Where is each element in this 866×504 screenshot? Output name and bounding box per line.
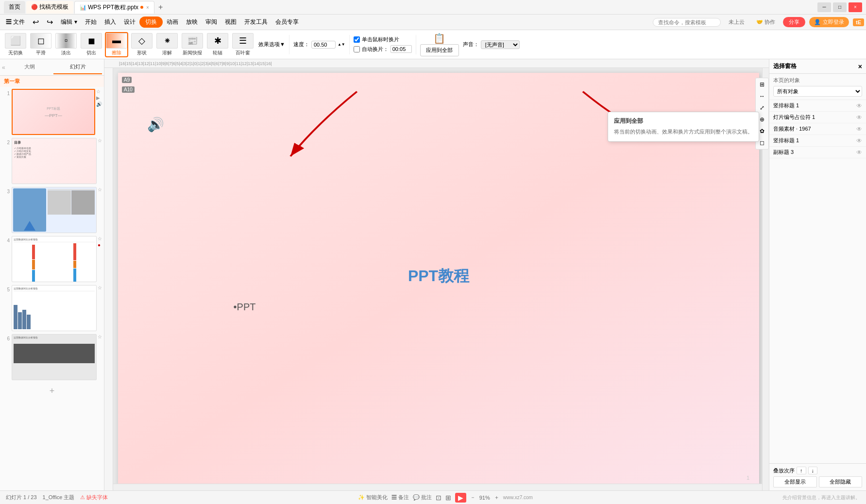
hide-all-button[interactable]: 全部隐藏 xyxy=(819,476,863,487)
review-btn[interactable]: 💬 批注 xyxy=(413,494,432,501)
menu-insert[interactable]: 插入 xyxy=(101,16,120,28)
collapse-btn[interactable]: « xyxy=(2,64,5,71)
tab-slides[interactable]: 幻灯片 xyxy=(53,60,102,74)
menu-edit[interactable]: 编辑 ▾ xyxy=(57,16,81,28)
transition-dissolve[interactable]: ⁕ 溶解 xyxy=(155,33,179,56)
show-all-button[interactable]: 全部显示 xyxy=(773,476,817,487)
cloud-status[interactable]: 未上云 xyxy=(725,17,748,27)
transition-cutout[interactable]: ◼ 切出 xyxy=(80,33,103,56)
menu-file[interactable]: ☰ 文件 xyxy=(2,16,29,28)
user-avatar[interactable]: tE xyxy=(853,18,864,26)
collab-button[interactable]: 🤝 协作 xyxy=(752,17,779,27)
menu-review[interactable]: 审阅 xyxy=(202,16,221,28)
side-icon-1[interactable]: ⊞ xyxy=(757,79,767,90)
menu-vip[interactable]: 会员专享 xyxy=(272,16,303,28)
close-button[interactable]: × xyxy=(849,2,862,12)
object-visibility-1[interactable]: 👁 xyxy=(856,102,862,109)
right-panel-close[interactable]: × xyxy=(858,63,862,70)
play-btn[interactable]: ▶ xyxy=(455,493,466,503)
speed-input[interactable] xyxy=(311,41,336,49)
object-visibility-5[interactable]: 👁 xyxy=(856,149,862,156)
menu-design[interactable]: 设计 xyxy=(120,16,139,28)
zoom-plus[interactable]: ＋ xyxy=(494,494,499,501)
slide-item-5[interactable]: 5 运营数据对比分析报告 ☆ xyxy=(2,285,102,331)
slide-thumb-4[interactable]: 运营数据对比分析报告 xyxy=(12,236,97,282)
side-icon-2[interactable]: ↔ xyxy=(757,91,767,101)
slide-item-4[interactable]: 4 运营数据对比分析报告 xyxy=(2,236,102,282)
checkbox-auto-input[interactable] xyxy=(354,46,360,52)
slide-thumb-2[interactable]: 目录 ✓ 介绍基本信息 ✓ 介绍介绍文化 ✓ 旅游介绍产品 ✓ 策划方案 xyxy=(12,138,97,184)
slide-4-star[interactable]: ☆ xyxy=(98,236,102,241)
minimize-button[interactable]: ─ xyxy=(817,2,831,12)
view-normal-btn[interactable]: ⊡ xyxy=(436,494,441,502)
view-grid-btn[interactable]: ⊞ xyxy=(445,494,451,502)
transition-shape[interactable]: ◇ 形状 xyxy=(130,33,153,56)
slide-1-star[interactable]: ☆ xyxy=(96,89,102,94)
transition-blinds[interactable]: ☰ 百叶窗 xyxy=(231,33,255,56)
slide-thumb-1[interactable]: PPT标题 —PPT— xyxy=(12,89,95,135)
transition-fade[interactable]: ▫ 淡出 xyxy=(54,33,78,56)
slide-item-6[interactable]: 6 运营数据对比分析报告 ☆ xyxy=(2,334,102,380)
share-button[interactable]: 分享 xyxy=(783,17,805,27)
object-visibility-4[interactable]: 👁 xyxy=(856,137,862,144)
menu-view[interactable]: 视图 xyxy=(221,16,240,28)
object-visibility-2[interactable]: 👁 xyxy=(856,114,862,121)
zoom-level: 91% xyxy=(479,495,490,501)
slide-2-star[interactable]: ☆ xyxy=(98,138,102,143)
dropdown-title[interactable]: 应用到全部 xyxy=(612,116,755,126)
add-tab-button[interactable]: + xyxy=(155,3,166,12)
unsaved-dot xyxy=(140,6,143,9)
audio-icon[interactable]: 🔊 xyxy=(147,117,164,133)
slide-thumb-3[interactable] xyxy=(12,187,97,233)
search-input[interactable] xyxy=(653,18,721,27)
menu-slideshow[interactable]: 放映 xyxy=(182,16,202,28)
tab-templates[interactable]: 🔴 找稿壳模板 xyxy=(26,1,73,14)
notes-btn[interactable]: ☰ 备注 xyxy=(391,494,409,501)
side-icon-3[interactable]: ⤢ xyxy=(757,102,767,113)
slide-main-title[interactable]: PPT教程 xyxy=(408,266,469,287)
tab-outline[interactable]: 大纲 xyxy=(5,60,54,74)
order-up-btn[interactable]: ↑ xyxy=(797,467,806,474)
speed-stepper[interactable]: ▲▼ xyxy=(338,42,345,47)
transition-smooth[interactable]: ◻ 平滑 xyxy=(29,33,52,56)
menu-undo[interactable]: ↩ xyxy=(29,16,43,29)
maximize-button[interactable]: □ xyxy=(833,2,847,12)
menu-start[interactable]: 开始 xyxy=(81,16,101,28)
menu-devtools[interactable]: 开发工具 xyxy=(240,16,272,28)
transition-none[interactable]: ⬜ 无切换 xyxy=(4,33,27,56)
slide-5-star[interactable]: ☆ xyxy=(98,285,102,290)
slide-6-star[interactable]: ☆ xyxy=(98,334,102,339)
add-slide-btn[interactable]: + xyxy=(2,383,102,399)
menu-redo[interactable]: ↪ xyxy=(43,16,57,29)
tab-current-file[interactable]: 📊 WPS PPT教程.pptx × xyxy=(74,1,154,14)
tab-close-btn[interactable]: × xyxy=(146,5,149,10)
effect-options-btn[interactable]: 效果选项▼ xyxy=(258,41,285,48)
slide-1-play[interactable]: ▶ xyxy=(96,95,102,101)
apply-all-button[interactable]: 应用到全部 xyxy=(420,44,459,56)
slide-item-3[interactable]: 3 xyxy=(2,187,102,233)
zoom-minus[interactable]: － xyxy=(470,494,475,501)
slide-main-content[interactable]: •PPT xyxy=(234,302,256,313)
slide-thumb-5[interactable]: 运营数据对比分析报告 xyxy=(12,285,97,331)
order-down-btn[interactable]: ↓ xyxy=(808,467,818,474)
scrollbar-horizontal[interactable] xyxy=(113,484,762,490)
menu-animation[interactable]: 动画 xyxy=(163,16,182,28)
slide-item-1[interactable]: 1 PPT标题 —PPT— ☆ ▶ 🔊 xyxy=(2,89,102,135)
slide-item-2[interactable]: 2 目录 ✓ 介绍基本信息 ✓ 介绍介绍文化 ✓ 旅游介绍产品 ✓ 策划方案 ☆ xyxy=(2,138,102,184)
ai-beautify[interactable]: ✨ 智能美化 xyxy=(358,494,388,501)
slide-thumb-6[interactable]: 运营数据对比分析报告 xyxy=(12,334,97,380)
objects-filter-select[interactable]: 所有对象 xyxy=(773,86,862,97)
auto-time-input[interactable] xyxy=(391,45,412,53)
login-button[interactable]: 👤 立即登录 xyxy=(809,17,849,27)
slide-1-audio[interactable]: 🔊 xyxy=(96,101,102,107)
font-warning[interactable]: ⚠ 缺失字体 xyxy=(80,494,108,501)
transition-spoke[interactable]: ✱ 轮辐 xyxy=(206,33,229,56)
checkbox-single-click-input[interactable] xyxy=(354,36,360,43)
transition-news[interactable]: 📰 新闻快报 xyxy=(181,33,204,56)
menu-transition[interactable]: 切换 xyxy=(139,17,163,28)
object-visibility-3[interactable]: 👁 xyxy=(856,126,862,133)
tab-home[interactable]: 首页 xyxy=(4,1,25,14)
transition-wipe[interactable]: ▬ 擦除 xyxy=(105,32,128,57)
slide-3-star[interactable]: ☆ xyxy=(98,187,102,192)
sound-select[interactable]: [无声音] xyxy=(481,40,520,49)
